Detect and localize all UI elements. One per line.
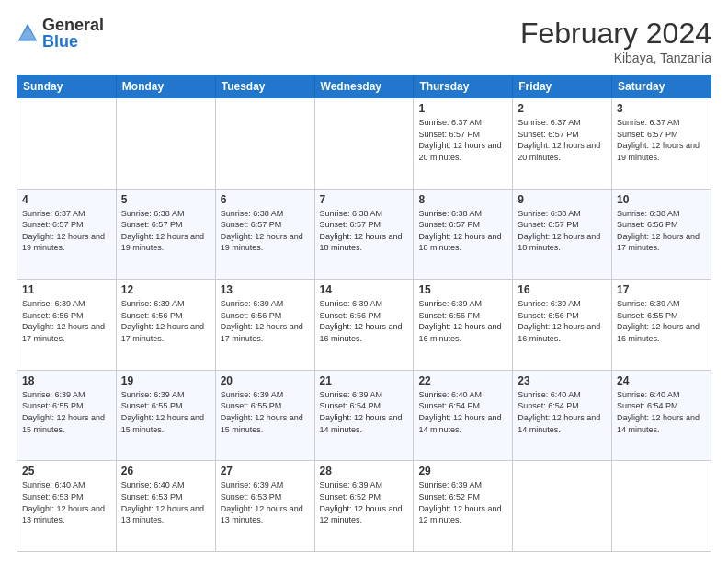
- calendar-cell: 27Sunrise: 6:39 AMSunset: 6:53 PMDayligh…: [215, 461, 314, 552]
- day-info: Sunrise: 6:40 AMSunset: 6:54 PMDaylight:…: [518, 389, 607, 435]
- day-info: Sunrise: 6:39 AMSunset: 6:52 PMDaylight:…: [418, 479, 507, 525]
- calendar-cell: [116, 98, 215, 190]
- calendar-cell: 3Sunrise: 6:37 AMSunset: 6:57 PMDaylight…: [612, 98, 711, 190]
- day-number: 13: [221, 283, 310, 296]
- day-number: 3: [617, 102, 706, 115]
- logo-icon: [17, 22, 39, 44]
- day-number: 9: [518, 193, 607, 206]
- day-info: Sunrise: 6:40 AMSunset: 6:53 PMDaylight:…: [22, 479, 111, 525]
- page: General Blue February 2024 Kibaya, Tanza…: [0, 0, 728, 563]
- day-number: 8: [418, 193, 507, 206]
- weekday-header-row: SundayMondayTuesdayWednesdayThursdayFrid…: [17, 75, 711, 98]
- day-number: 29: [418, 465, 507, 477]
- day-info: Sunrise: 6:39 AMSunset: 6:55 PMDaylight:…: [121, 389, 210, 435]
- calendar-week-1: 1Sunrise: 6:37 AMSunset: 6:57 PMDaylight…: [17, 98, 711, 190]
- day-number: 20: [221, 374, 310, 387]
- day-number: 10: [617, 193, 706, 206]
- day-number: 12: [121, 283, 210, 296]
- day-number: 6: [221, 193, 310, 206]
- calendar-cell: 23Sunrise: 6:40 AMSunset: 6:54 PMDayligh…: [513, 370, 612, 461]
- weekday-header-wednesday: Wednesday: [314, 75, 414, 98]
- day-info: Sunrise: 6:40 AMSunset: 6:54 PMDaylight:…: [418, 389, 507, 435]
- day-info: Sunrise: 6:39 AMSunset: 6:56 PMDaylight:…: [121, 298, 210, 344]
- day-info: Sunrise: 6:39 AMSunset: 6:52 PMDaylight:…: [320, 479, 409, 525]
- calendar-cell: 12Sunrise: 6:39 AMSunset: 6:56 PMDayligh…: [116, 280, 215, 371]
- day-number: 19: [121, 374, 210, 387]
- calendar-cell: [215, 98, 314, 190]
- calendar-cell: [314, 98, 414, 190]
- day-info: Sunrise: 6:38 AMSunset: 6:57 PMDaylight:…: [518, 208, 607, 254]
- calendar-cell: 4Sunrise: 6:37 AMSunset: 6:57 PMDaylight…: [17, 189, 117, 280]
- day-number: 28: [320, 465, 409, 477]
- calendar-cell: 21Sunrise: 6:39 AMSunset: 6:54 PMDayligh…: [314, 370, 414, 461]
- day-info: Sunrise: 6:38 AMSunset: 6:57 PMDaylight:…: [418, 208, 507, 254]
- day-info: Sunrise: 6:40 AMSunset: 6:54 PMDaylight:…: [617, 389, 706, 435]
- day-number: 7: [320, 193, 409, 206]
- logo-blue: Blue: [42, 33, 104, 50]
- weekday-header-saturday: Saturday: [612, 75, 711, 98]
- day-number: 17: [617, 283, 706, 296]
- day-info: Sunrise: 6:39 AMSunset: 6:55 PMDaylight:…: [22, 389, 111, 435]
- title-month: February 2024: [520, 17, 711, 51]
- day-info: Sunrise: 6:39 AMSunset: 6:56 PMDaylight:…: [221, 298, 310, 344]
- day-number: 2: [518, 102, 607, 115]
- calendar-cell: [612, 461, 711, 552]
- calendar-cell: 9Sunrise: 6:38 AMSunset: 6:57 PMDaylight…: [513, 189, 612, 280]
- day-info: Sunrise: 6:40 AMSunset: 6:53 PMDaylight:…: [121, 479, 210, 525]
- day-info: Sunrise: 6:38 AMSunset: 6:57 PMDaylight:…: [320, 208, 409, 254]
- day-number: 16: [518, 283, 607, 296]
- calendar-week-3: 11Sunrise: 6:39 AMSunset: 6:56 PMDayligh…: [17, 280, 711, 371]
- day-number: 23: [518, 374, 607, 387]
- calendar-cell: 22Sunrise: 6:40 AMSunset: 6:54 PMDayligh…: [414, 370, 513, 461]
- calendar-cell: 10Sunrise: 6:38 AMSunset: 6:56 PMDayligh…: [612, 189, 711, 280]
- day-info: Sunrise: 6:39 AMSunset: 6:54 PMDaylight:…: [320, 389, 409, 435]
- day-info: Sunrise: 6:38 AMSunset: 6:57 PMDaylight:…: [121, 208, 210, 254]
- calendar-cell: 11Sunrise: 6:39 AMSunset: 6:56 PMDayligh…: [17, 280, 117, 371]
- svg-marker-1: [19, 27, 35, 40]
- weekday-header-tuesday: Tuesday: [215, 75, 314, 98]
- logo: General Blue: [17, 17, 104, 50]
- day-number: 5: [121, 193, 210, 206]
- calendar-cell: 17Sunrise: 6:39 AMSunset: 6:55 PMDayligh…: [612, 280, 711, 371]
- day-number: 22: [418, 374, 507, 387]
- calendar-cell: 18Sunrise: 6:39 AMSunset: 6:55 PMDayligh…: [17, 370, 117, 461]
- day-info: Sunrise: 6:39 AMSunset: 6:53 PMDaylight:…: [221, 479, 310, 525]
- day-number: 21: [320, 374, 409, 387]
- calendar-table: SundayMondayTuesdayWednesdayThursdayFrid…: [17, 75, 711, 552]
- weekday-header-monday: Monday: [116, 75, 215, 98]
- calendar-cell: 14Sunrise: 6:39 AMSunset: 6:56 PMDayligh…: [314, 280, 414, 371]
- calendar-cell: 26Sunrise: 6:40 AMSunset: 6:53 PMDayligh…: [116, 461, 215, 552]
- day-number: 15: [418, 283, 507, 296]
- calendar-cell: 6Sunrise: 6:38 AMSunset: 6:57 PMDaylight…: [215, 189, 314, 280]
- calendar-cell: 25Sunrise: 6:40 AMSunset: 6:53 PMDayligh…: [17, 461, 117, 552]
- day-number: 11: [22, 283, 111, 296]
- calendar-week-4: 18Sunrise: 6:39 AMSunset: 6:55 PMDayligh…: [17, 370, 711, 461]
- calendar-week-5: 25Sunrise: 6:40 AMSunset: 6:53 PMDayligh…: [17, 461, 711, 552]
- day-number: 26: [121, 465, 210, 477]
- calendar-cell: 20Sunrise: 6:39 AMSunset: 6:55 PMDayligh…: [215, 370, 314, 461]
- day-number: 4: [22, 193, 111, 206]
- day-info: Sunrise: 6:39 AMSunset: 6:56 PMDaylight:…: [320, 298, 409, 344]
- weekday-header-thursday: Thursday: [414, 75, 513, 98]
- day-number: 24: [617, 374, 706, 387]
- calendar-cell: [17, 98, 117, 190]
- calendar-cell: 1Sunrise: 6:37 AMSunset: 6:57 PMDaylight…: [414, 98, 513, 190]
- calendar-cell: 24Sunrise: 6:40 AMSunset: 6:54 PMDayligh…: [612, 370, 711, 461]
- day-number: 18: [22, 374, 111, 387]
- header: General Blue February 2024 Kibaya, Tanza…: [17, 17, 711, 65]
- calendar-cell: 15Sunrise: 6:39 AMSunset: 6:56 PMDayligh…: [414, 280, 513, 371]
- day-info: Sunrise: 6:37 AMSunset: 6:57 PMDaylight:…: [518, 117, 607, 163]
- day-info: Sunrise: 6:38 AMSunset: 6:57 PMDaylight:…: [221, 208, 310, 254]
- title-block: February 2024 Kibaya, Tanzania: [520, 17, 711, 65]
- day-info: Sunrise: 6:39 AMSunset: 6:55 PMDaylight:…: [221, 389, 310, 435]
- day-info: Sunrise: 6:38 AMSunset: 6:56 PMDaylight:…: [617, 208, 706, 254]
- day-number: 1: [418, 102, 507, 115]
- title-location: Kibaya, Tanzania: [520, 51, 711, 65]
- logo-general: General: [42, 17, 104, 33]
- calendar-cell: 7Sunrise: 6:38 AMSunset: 6:57 PMDaylight…: [314, 189, 414, 280]
- calendar-cell: 13Sunrise: 6:39 AMSunset: 6:56 PMDayligh…: [215, 280, 314, 371]
- day-number: 14: [320, 283, 409, 296]
- calendar-cell: 16Sunrise: 6:39 AMSunset: 6:56 PMDayligh…: [513, 280, 612, 371]
- calendar-cell: 5Sunrise: 6:38 AMSunset: 6:57 PMDaylight…: [116, 189, 215, 280]
- day-info: Sunrise: 6:37 AMSunset: 6:57 PMDaylight:…: [22, 208, 111, 254]
